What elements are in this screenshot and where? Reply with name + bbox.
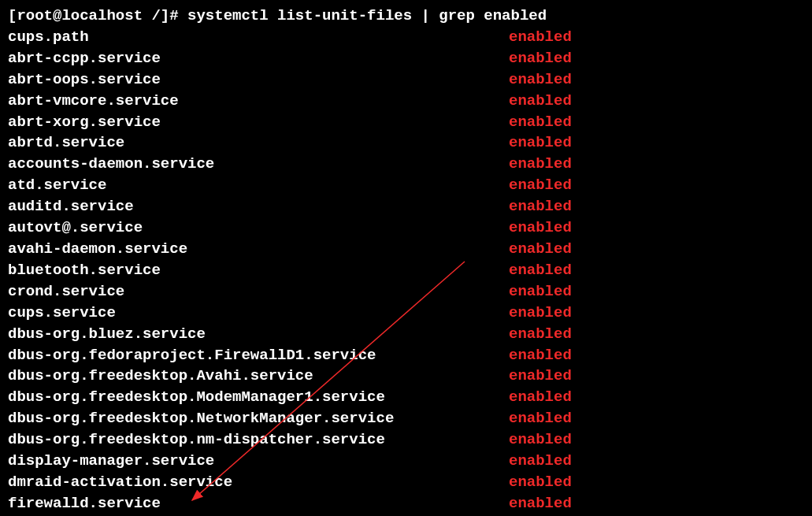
unit-status: enabled xyxy=(509,239,572,260)
unit-name: cups.service xyxy=(8,303,509,324)
unit-status: enabled xyxy=(509,303,572,324)
unit-name: abrt-vmcore.service xyxy=(8,91,509,112)
unit-row: abrt-vmcore.serviceenabled xyxy=(8,91,804,112)
unit-status: enabled xyxy=(509,472,572,493)
unit-name: auditd.service xyxy=(8,196,509,217)
unit-status: enabled xyxy=(509,175,572,196)
unit-name: dbus-org.freedesktop.NetworkManager.serv… xyxy=(8,408,509,429)
unit-name: abrt-xorg.service xyxy=(8,112,509,133)
unit-status: enabled xyxy=(509,387,572,408)
unit-name: avahi-daemon.service xyxy=(8,239,509,260)
unit-status: enabled xyxy=(509,366,572,387)
unit-row: abrt-oops.serviceenabled xyxy=(8,69,804,91)
unit-row: dbus-org.freedesktop.nm-dispatcher.servi… xyxy=(8,429,804,451)
unit-status: enabled xyxy=(509,408,572,429)
unit-name: crond.service xyxy=(8,281,509,303)
unit-row: dmraid-activation.serviceenabled xyxy=(8,472,804,493)
unit-status: enabled xyxy=(509,69,572,91)
unit-name: firewalld.service xyxy=(8,493,509,514)
unit-status: enabled xyxy=(509,451,572,472)
unit-row: dbus-org.freedesktop.NetworkManager.serv… xyxy=(8,408,804,429)
unit-status: enabled xyxy=(509,260,572,281)
unit-row: autovt@.serviceenabled xyxy=(8,217,804,239)
unit-name: dbus-org.freedesktop.Avahi.service xyxy=(8,366,509,387)
unit-row: firewalld.serviceenabled xyxy=(8,493,804,514)
unit-status: enabled xyxy=(509,217,572,239)
unit-row: dbus-org.bluez.serviceenabled xyxy=(8,324,804,345)
unit-name: accounts-daemon.service xyxy=(8,154,509,175)
unit-name: dbus-org.freedesktop.nm-dispatcher.servi… xyxy=(8,429,509,451)
unit-row: abrtd.serviceenabled xyxy=(8,132,804,154)
unit-row: cups.serviceenabled xyxy=(8,303,804,324)
unit-name: dbus-org.freedesktop.ModemManager1.servi… xyxy=(8,387,509,408)
unit-status: enabled xyxy=(509,91,572,112)
unit-status: enabled xyxy=(509,112,572,133)
unit-row: abrt-ccpp.serviceenabled xyxy=(8,48,804,69)
unit-row: dbus-org.freedesktop.ModemManager1.servi… xyxy=(8,387,804,408)
unit-name: cups.path xyxy=(8,27,509,48)
unit-row: crond.serviceenabled xyxy=(8,281,804,303)
unit-row: dbus-org.freedesktop.Avahi.serviceenable… xyxy=(8,366,804,387)
unit-name: dbus-org.fedoraproject.FirewallD1.servic… xyxy=(8,345,509,366)
unit-status: enabled xyxy=(509,281,572,303)
unit-row: accounts-daemon.serviceenabled xyxy=(8,154,804,175)
unit-row: abrt-xorg.serviceenabled xyxy=(8,112,804,133)
unit-status: enabled xyxy=(509,132,572,154)
unit-row: avahi-daemon.serviceenabled xyxy=(8,239,804,260)
unit-row: cups.pathenabled xyxy=(8,27,804,48)
unit-name: dbus-org.bluez.service xyxy=(8,324,509,345)
unit-status: enabled xyxy=(509,345,572,366)
unit-name: dmraid-activation.service xyxy=(8,472,509,493)
unit-name: autovt@.service xyxy=(8,217,509,239)
unit-status: enabled xyxy=(509,429,572,451)
unit-name: abrtd.service xyxy=(8,132,509,154)
unit-status: enabled xyxy=(509,154,572,175)
unit-name: display-manager.service xyxy=(8,451,509,472)
unit-row: display-manager.serviceenabled xyxy=(8,451,804,472)
unit-status: enabled xyxy=(509,493,572,514)
unit-row: bluetooth.serviceenabled xyxy=(8,260,804,281)
unit-status: enabled xyxy=(509,324,572,345)
unit-status: enabled xyxy=(509,48,572,69)
command-prompt: [root@localhost /]# systemctl list-unit-… xyxy=(8,6,804,27)
unit-row: atd.serviceenabled xyxy=(8,175,804,196)
unit-row: auditd.serviceenabled xyxy=(8,196,804,217)
unit-name: bluetooth.service xyxy=(8,260,509,281)
unit-row: dbus-org.fedoraproject.FirewallD1.servic… xyxy=(8,345,804,366)
unit-name: atd.service xyxy=(8,175,509,196)
unit-name: abrt-oops.service xyxy=(8,69,509,91)
unit-status: enabled xyxy=(509,27,572,48)
unit-name: abrt-ccpp.service xyxy=(8,48,509,69)
unit-status: enabled xyxy=(509,196,572,217)
